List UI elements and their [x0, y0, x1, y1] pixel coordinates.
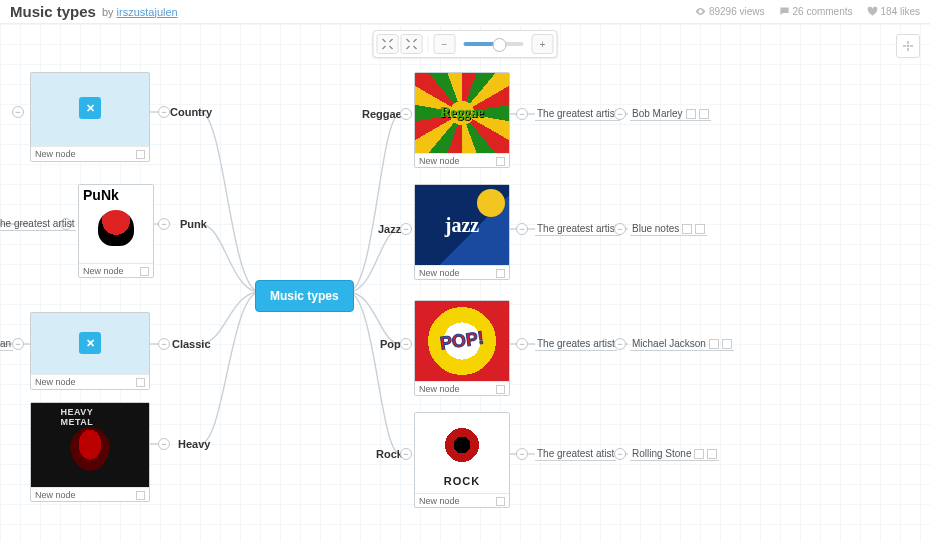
note-icon[interactable] [136, 491, 145, 500]
image-node-classic[interactable]: ✕ New node [30, 312, 150, 390]
add-icon[interactable] [722, 339, 732, 349]
node-caption: New node [419, 268, 460, 278]
artist-name-reggae[interactable]: Bob Marley [630, 108, 711, 121]
expand-reggae[interactable]: − [516, 108, 528, 120]
svg-point-0 [907, 45, 910, 48]
add-child-country[interactable]: − [12, 106, 24, 118]
branch-label-rock[interactable]: Rock [376, 448, 403, 460]
artist-label-reggae[interactable]: The greatest artist [535, 108, 620, 121]
reggae-thumbnail [415, 73, 509, 153]
node-caption: New node [419, 496, 460, 506]
node-caption: New node [35, 490, 76, 500]
image-node-pop[interactable]: New node [414, 300, 510, 396]
artist-label-rock[interactable]: The greatest atist [535, 448, 616, 461]
expand-pop-artist[interactable]: − [614, 338, 626, 350]
stat-comments: 26 comments [779, 6, 853, 17]
note-icon[interactable] [136, 378, 145, 387]
artist-name-rock[interactable]: Rolling Stone [630, 448, 719, 461]
expand-jazz-artist[interactable]: − [614, 223, 626, 235]
toggle-node-country[interactable]: − [158, 106, 170, 118]
toggle-node-heavy[interactable]: − [158, 438, 170, 450]
node-caption: New node [83, 266, 124, 276]
heart-icon [867, 6, 878, 17]
image-node-country[interactable]: ✕ New node [30, 72, 150, 162]
toggle-node-punk[interactable]: − [158, 218, 170, 230]
branch-label-jazz[interactable]: Jazz [378, 223, 401, 235]
branch-label-reggae[interactable]: Reggae [362, 108, 402, 120]
branch-label-pop[interactable]: Pop [380, 338, 401, 350]
image-node-reggae[interactable]: New node [414, 72, 510, 168]
image-node-punk[interactable]: New node [78, 184, 154, 278]
expand-jazz[interactable]: − [516, 223, 528, 235]
note-icon[interactable] [496, 497, 505, 506]
jazz-thumbnail [415, 185, 509, 265]
eye-icon [695, 6, 706, 17]
note-icon[interactable] [496, 157, 505, 166]
close-icon[interactable]: ✕ [79, 97, 101, 119]
expand-rock[interactable]: − [516, 448, 528, 460]
by-prefix: by [102, 6, 114, 18]
expand-reggae-artist[interactable]: − [614, 108, 626, 120]
toggle-node-reggae[interactable]: − [400, 108, 412, 120]
note-icon[interactable] [682, 224, 692, 234]
root-node[interactable]: Music types [255, 280, 354, 312]
zoom-out-button[interactable]: − [434, 34, 456, 54]
node-caption: New node [419, 384, 460, 394]
toggle-node-pop[interactable]: − [400, 338, 412, 350]
toggle-node-jazz[interactable]: − [400, 223, 412, 235]
note-icon[interactable] [694, 449, 704, 459]
heavy-thumbnail [31, 403, 149, 487]
add-icon[interactable] [707, 449, 717, 459]
zoom-in-button[interactable]: + [532, 34, 554, 54]
expand-rock-artist[interactable]: − [614, 448, 626, 460]
toolbar: − + [373, 30, 558, 58]
branch-label-classic[interactable]: Classic [172, 338, 211, 350]
comment-icon [779, 6, 790, 17]
image-node-heavy[interactable]: New node [30, 402, 150, 502]
artist-name-pop[interactable]: Michael Jackson [630, 338, 734, 351]
punk-thumbnail [79, 185, 153, 263]
page-title: Music types [10, 3, 96, 20]
artist-label-punk[interactable]: he greatest artist [0, 218, 76, 231]
recenter-button[interactable] [896, 34, 920, 58]
node-caption: New node [35, 377, 76, 387]
rock-thumbnail [415, 413, 509, 493]
branch-label-country[interactable]: Country [170, 106, 212, 118]
note-icon[interactable] [496, 269, 505, 278]
note-icon[interactable] [686, 109, 696, 119]
note-icon[interactable] [709, 339, 719, 349]
node-caption: New node [419, 156, 460, 166]
image-node-rock[interactable]: New node [414, 412, 510, 508]
node-caption: New node [35, 149, 76, 159]
add-icon[interactable] [699, 109, 709, 119]
header-bar: Music types by irszustajulen 89296 views… [0, 0, 930, 24]
author-link[interactable]: irszustajulen [117, 6, 178, 18]
artist-name-jazz[interactable]: Blue notes [630, 223, 707, 236]
image-node-jazz[interactable]: New node [414, 184, 510, 280]
expand-pop[interactable]: − [516, 338, 528, 350]
expand-classic[interactable]: − [12, 338, 24, 350]
mindmap-canvas[interactable]: − + Music types Countr [0, 24, 930, 542]
toggle-node-rock[interactable]: − [400, 448, 412, 460]
artist-label-classic[interactable]: an [0, 338, 13, 351]
zoom-slider[interactable] [464, 42, 524, 46]
expand-button[interactable] [401, 34, 423, 54]
stat-likes: 184 likes [867, 6, 920, 17]
close-icon[interactable]: ✕ [79, 332, 101, 354]
branch-label-punk[interactable]: Punk [180, 218, 207, 230]
pop-thumbnail [415, 301, 509, 381]
artist-label-pop[interactable]: The greates artist [535, 338, 617, 351]
note-icon[interactable] [496, 385, 505, 394]
note-icon[interactable] [136, 150, 145, 159]
artist-label-jazz[interactable]: The greatest artist [535, 223, 620, 236]
stats: 89296 views 26 comments 184 likes [695, 6, 920, 17]
collapse-button[interactable] [377, 34, 399, 54]
add-icon[interactable] [695, 224, 705, 234]
toggle-node-classic[interactable]: − [158, 338, 170, 350]
stat-views: 89296 views [695, 6, 765, 17]
branch-label-heavy[interactable]: Heavy [178, 438, 210, 450]
byline: by irszustajulen [102, 6, 178, 18]
note-icon[interactable] [140, 267, 149, 276]
